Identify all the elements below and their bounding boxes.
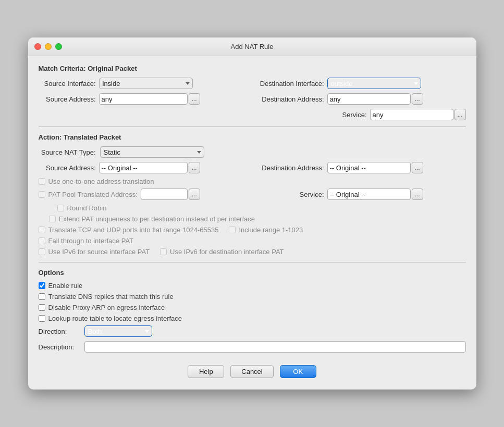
trans-destination-address-label: Destination Address: [256,164,324,172]
destination-address-group: ... [327,93,423,105]
ipv6-dest-label: Use IPv6 for destination interface PAT [170,248,284,256]
nat-type-row: Source NAT Type: Static Dynamic Dynamic … [39,146,466,158]
extend-pat-checkbox[interactable] [49,216,56,222]
minimize-button[interactable] [45,43,52,50]
pat-pool-checkbox[interactable] [39,191,45,198]
include-range-label: Include range 1-1023 [239,226,303,234]
source-address-pair: Source Address: ... [39,93,248,105]
source-interface-label: Source Interface: [39,80,96,87]
ipv6-source-pair: Use IPv6 for source interface PAT [39,248,150,256]
direction-label: Direction: [39,328,80,335]
help-button[interactable]: Help [188,365,224,378]
translate-tcp-checkbox[interactable] [39,227,45,233]
section-divider-1 [39,127,466,127]
address-row: Source Address: ... Destination Address:… [39,93,466,105]
include-range-pair: Include range 1-1023 [229,226,303,234]
section-divider-2 [39,262,466,262]
destination-interface-pair: Destination Interface: outside [256,78,466,89]
destination-address-browse-button[interactable]: ... [412,93,423,105]
ok-button[interactable]: OK [280,365,316,378]
source-nat-type-select[interactable]: Static Dynamic Dynamic PAT [100,146,204,158]
one-to-one-checkbox[interactable] [39,178,45,185]
destination-address-label: Destination Address: [256,95,324,103]
pat-pool-browse-button[interactable]: ... [189,189,200,200]
pat-service-row: PAT Pool Translated Address: ... Service… [39,189,466,200]
description-input[interactable] [84,341,466,353]
extend-pat-label: Extend PAT uniqueness to per destination… [59,215,255,223]
source-address-input[interactable] [99,93,188,105]
lookup-route-checkbox[interactable] [39,315,45,322]
window-title: Add NAT Rule [231,43,274,51]
ipv6-dest-pair: Use IPv6 for destination interface PAT [160,248,284,256]
tcp-udp-row: Translate TCP and UDP ports into flat ra… [39,226,466,234]
service-group: ... [370,109,466,120]
ipv6-dest-checkbox[interactable] [160,248,167,255]
match-criteria-header: Match Criteria: Original Packet [39,65,466,72]
translate-dns-label: Translate DNS replies that match this ru… [48,293,174,300]
pat-pool-input-group: ... [141,189,200,200]
trans-service-pair: Service: ... [256,189,466,200]
trans-service-label: Service: [256,191,324,198]
main-window: Add NAT Rule Match Criteria: Original Pa… [28,37,476,390]
translated-address-row: Source Address: ... Destination Address:… [39,162,466,173]
trans-source-address-group: ... [99,162,200,173]
fall-through-row: Fall through to interface PAT [39,237,466,245]
source-interface-select[interactable]: inside [99,78,193,89]
cancel-button[interactable]: Cancel [230,365,273,378]
service-input[interactable] [370,109,453,120]
trans-dest-address-pair: Destination Address: ... [256,162,466,173]
trans-service-input[interactable] [327,189,411,200]
one-to-one-label: Use one-to-one address translation [48,178,154,185]
enable-rule-checkbox[interactable] [39,282,45,289]
destination-address-pair: Destination Address: ... [256,93,466,105]
round-robin-checkbox[interactable] [57,205,64,211]
destination-address-input[interactable] [327,93,411,105]
destination-interface-label: Destination Interface: [256,80,324,87]
pat-pool-input[interactable] [141,189,188,200]
ipv6-source-checkbox[interactable] [39,248,45,255]
service-orig-row: Service: ... [39,109,466,120]
include-range-checkbox[interactable] [229,227,236,233]
disable-proxy-row: Disable Proxy ARP on egress interface [39,304,466,311]
dialog-footer: Help Cancel OK [39,360,466,381]
interface-row: Source Interface: inside Destination Int… [39,78,466,89]
ipv6-row: Use IPv6 for source interface PAT Use IP… [39,248,466,256]
trans-service-group: ... [327,189,423,200]
trans-service-browse-button[interactable]: ... [412,189,423,200]
source-address-browse-button[interactable]: ... [189,93,200,105]
fall-through-checkbox[interactable] [39,237,45,244]
translate-tcp-pair: Translate TCP and UDP ports into flat ra… [39,226,219,234]
trans-destination-address-input[interactable] [327,162,411,173]
one-to-one-row: Use one-to-one address translation [39,178,466,185]
titlebar: Add NAT Rule [28,37,476,56]
lookup-route-row: Lookup route table to locate egress inte… [39,315,466,322]
trans-source-address-browse-button[interactable]: ... [189,162,200,173]
pat-pool-label: PAT Pool Translated Address: [48,191,138,198]
source-nat-type-label: Source NAT Type: [39,148,96,156]
disable-proxy-checkbox[interactable] [39,304,45,311]
options-header: Options [39,269,466,277]
dialog-content: Match Criteria: Original Packet Source I… [28,56,476,390]
trans-destination-address-browse-button[interactable]: ... [412,162,423,173]
trans-source-address-input[interactable] [99,162,188,173]
titlebar-buttons [34,43,62,50]
source-address-group: ... [99,93,200,105]
direction-select[interactable]: Both Inbound Outbound [84,325,152,337]
translate-dns-checkbox[interactable] [39,293,45,300]
direction-row: Direction: Both Inbound Outbound [39,325,466,337]
enable-rule-label: Enable rule [48,282,83,290]
disable-proxy-label: Disable Proxy ARP on egress interface [48,304,165,311]
source-address-label: Source Address: [39,95,96,103]
extend-pat-row: Extend PAT uniqueness to per destination… [49,215,466,223]
service-pair: Service: ... [299,109,466,120]
close-button[interactable] [34,43,41,50]
enable-rule-row: Enable rule [39,282,466,290]
translate-tcp-label: Translate TCP and UDP ports into flat ra… [48,226,219,234]
service-browse-button[interactable]: ... [454,109,466,120]
maximize-button[interactable] [55,43,62,50]
description-row: Description: [39,341,466,353]
action-header: Action: Translated Packet [39,133,466,141]
source-interface-pair: Source Interface: inside [39,78,248,89]
service-label: Service: [299,111,367,119]
destination-interface-select[interactable]: outside [327,78,421,89]
